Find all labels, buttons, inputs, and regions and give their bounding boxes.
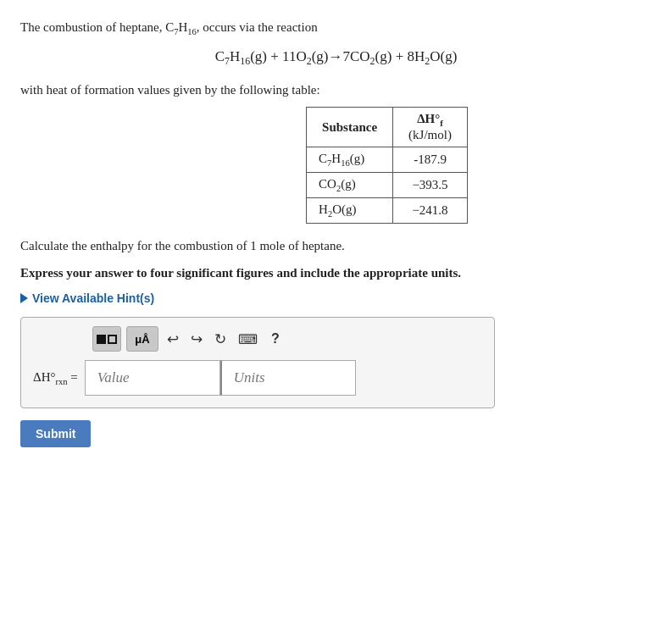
table-row: CO2(g) −393.5 xyxy=(307,173,468,198)
units-input[interactable] xyxy=(220,360,356,396)
help-label: ? xyxy=(271,331,280,346)
black-square-icon xyxy=(97,335,106,344)
table-wrapper: Substance ΔH°f(kJ/mol) C7H16(g) -187.9 C… xyxy=(20,107,652,224)
intro-text: The combustion of heptane, C7H16, occurs… xyxy=(20,20,318,34)
calculate-text: Calculate the enthalpy for the combustio… xyxy=(20,236,652,256)
help-button[interactable]: ? xyxy=(266,330,285,348)
substance-heptane: C7H16(g) xyxy=(307,147,393,173)
hint-label: View Available Hint(s) xyxy=(32,291,154,305)
keyboard-button[interactable]: ⌨ xyxy=(235,330,261,349)
answer-box: μÅ ↩ ↪ ↻ ⌨ ? ΔH°rxn = xyxy=(20,317,495,408)
substance-co2: CO2(g) xyxy=(307,173,393,198)
formation-table: Substance ΔH°f(kJ/mol) C7H16(g) -187.9 C… xyxy=(306,107,468,224)
symbol-icon-group[interactable] xyxy=(92,326,121,352)
submit-button[interactable]: Submit xyxy=(20,420,91,447)
greek-button[interactable]: μÅ xyxy=(126,326,158,352)
express-text: Express your answer to four significant … xyxy=(20,263,652,283)
undo-button[interactable]: ↩ xyxy=(164,329,182,350)
with-heat-text: with heat of formation values given by t… xyxy=(20,80,652,100)
table-row: C7H16(g) -187.9 xyxy=(307,147,468,173)
hint-link[interactable]: View Available Hint(s) xyxy=(20,291,652,305)
reaction-equation: C7H16(g) + 11O2(g)→7CO2(g) + 8H2O(g) xyxy=(20,48,652,68)
redo-button[interactable]: ↪ xyxy=(187,329,206,350)
submit-label: Submit xyxy=(36,427,75,441)
table-row: H2O(g) −241.8 xyxy=(307,198,468,224)
value-heptane: -187.9 xyxy=(393,147,468,173)
reload-button[interactable]: ↻ xyxy=(211,329,230,350)
greek-label: μÅ xyxy=(135,333,149,346)
value-input[interactable] xyxy=(85,360,220,396)
table-header-substance: Substance xyxy=(307,108,393,147)
substance-h2o: H2O(g) xyxy=(307,198,393,224)
input-row: ΔH°rxn = xyxy=(33,360,482,396)
toolbar: μÅ ↩ ↪ ↻ ⌨ ? xyxy=(33,326,482,352)
table-header-enthalpy: ΔH°f(kJ/mol) xyxy=(393,108,468,147)
value-co2: −393.5 xyxy=(393,173,468,198)
border-square-icon xyxy=(108,335,117,344)
intro-paragraph: The combustion of heptane, C7H16, occurs… xyxy=(20,17,652,40)
hint-triangle-icon xyxy=(20,293,28,303)
delta-label: ΔH°rxn = xyxy=(33,370,78,386)
value-h2o: −241.8 xyxy=(393,198,468,224)
